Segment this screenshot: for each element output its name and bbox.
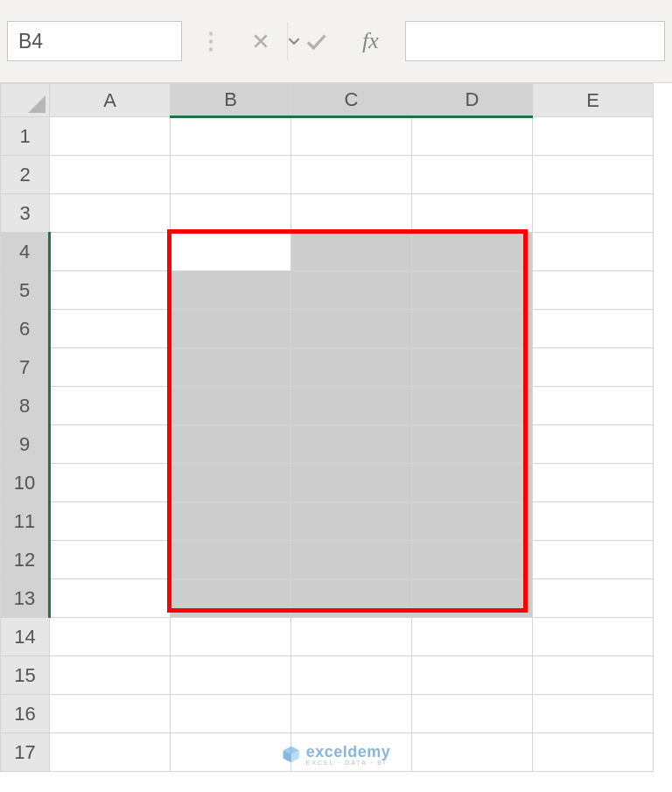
- cell-B9[interactable]: [171, 425, 291, 464]
- cell-A17[interactable]: [50, 733, 171, 772]
- cell-C11[interactable]: [291, 502, 412, 541]
- cell-E3[interactable]: [533, 194, 654, 233]
- select-all-corner[interactable]: [1, 84, 50, 117]
- cell-E5[interactable]: [533, 271, 654, 310]
- cell-A6[interactable]: [50, 310, 171, 348]
- cell-C1[interactable]: [291, 117, 412, 156]
- cell-D16[interactable]: [412, 695, 533, 733]
- formula-input[interactable]: [405, 21, 665, 61]
- cell-E6[interactable]: [533, 310, 654, 348]
- cell-A3[interactable]: [50, 194, 171, 233]
- cell-D17[interactable]: [412, 733, 533, 772]
- cell-E10[interactable]: [533, 464, 654, 502]
- cell-A15[interactable]: [50, 656, 171, 695]
- cell-B2[interactable]: [171, 156, 291, 194]
- cell-E4[interactable]: [533, 233, 654, 271]
- cell-C16[interactable]: [291, 695, 412, 733]
- row-header-11[interactable]: 11: [1, 502, 50, 541]
- cell-B10[interactable]: [171, 464, 291, 502]
- cell-C3[interactable]: [291, 194, 412, 233]
- cell-C7[interactable]: [291, 348, 412, 387]
- cell-D12[interactable]: [412, 541, 533, 579]
- row-header-13[interactable]: 13: [1, 579, 50, 618]
- cell-B14[interactable]: [171, 618, 291, 656]
- cell-B5[interactable]: [171, 271, 291, 310]
- cell-A11[interactable]: [50, 502, 171, 541]
- cell-B12[interactable]: [171, 541, 291, 579]
- cell-E2[interactable]: [533, 156, 654, 194]
- cell-B15[interactable]: [171, 656, 291, 695]
- cell-A10[interactable]: [50, 464, 171, 502]
- cell-B7[interactable]: [171, 348, 291, 387]
- cell-D11[interactable]: [412, 502, 533, 541]
- cell-D4[interactable]: [412, 233, 533, 271]
- row-header-15[interactable]: 15: [1, 656, 50, 695]
- cell-D9[interactable]: [412, 425, 533, 464]
- cell-C15[interactable]: [291, 656, 412, 695]
- cell-A1[interactable]: [50, 117, 171, 156]
- row-header-12[interactable]: 12: [1, 541, 50, 579]
- cell-E17[interactable]: [533, 733, 654, 772]
- cell-B17[interactable]: [171, 733, 291, 772]
- cell-A5[interactable]: [50, 271, 171, 310]
- col-header-E[interactable]: E: [533, 84, 654, 117]
- cell-E14[interactable]: [533, 618, 654, 656]
- cell-D10[interactable]: [412, 464, 533, 502]
- col-header-B[interactable]: B: [171, 84, 291, 117]
- col-header-A[interactable]: A: [50, 84, 171, 117]
- cell-C8[interactable]: [291, 387, 412, 425]
- cell-C9[interactable]: [291, 425, 412, 464]
- cell-E13[interactable]: [533, 579, 654, 618]
- cell-A16[interactable]: [50, 695, 171, 733]
- cell-A13[interactable]: [50, 579, 171, 618]
- row-header-9[interactable]: 9: [1, 425, 50, 464]
- cell-B1[interactable]: [171, 117, 291, 156]
- row-header-10[interactable]: 10: [1, 464, 50, 502]
- cell-A14[interactable]: [50, 618, 171, 656]
- cell-E7[interactable]: [533, 348, 654, 387]
- cell-E12[interactable]: [533, 541, 654, 579]
- cell-D7[interactable]: [412, 348, 533, 387]
- row-header-14[interactable]: 14: [1, 618, 50, 656]
- cell-B13[interactable]: [171, 579, 291, 618]
- row-header-3[interactable]: 3: [1, 194, 50, 233]
- cell-C4[interactable]: [291, 233, 412, 271]
- cell-C12[interactable]: [291, 541, 412, 579]
- cell-B4[interactable]: [171, 233, 291, 271]
- cell-B6[interactable]: [171, 310, 291, 348]
- row-header-16[interactable]: 16: [1, 695, 50, 733]
- row-header-17[interactable]: 17: [1, 733, 50, 772]
- cell-C14[interactable]: [291, 618, 412, 656]
- row-header-6[interactable]: 6: [1, 310, 50, 348]
- cell-B11[interactable]: [171, 502, 291, 541]
- cell-D13[interactable]: [412, 579, 533, 618]
- row-header-2[interactable]: 2: [1, 156, 50, 194]
- cell-D5[interactable]: [412, 271, 533, 310]
- cell-D14[interactable]: [412, 618, 533, 656]
- cell-B16[interactable]: [171, 695, 291, 733]
- insert-function-button[interactable]: fx: [350, 21, 391, 61]
- col-header-D[interactable]: D: [412, 84, 533, 117]
- cell-A4[interactable]: [50, 233, 171, 271]
- cell-D6[interactable]: [412, 310, 533, 348]
- enter-button[interactable]: [295, 21, 336, 61]
- cell-E8[interactable]: [533, 387, 654, 425]
- cell-C5[interactable]: [291, 271, 412, 310]
- cell-A2[interactable]: [50, 156, 171, 194]
- cell-C2[interactable]: [291, 156, 412, 194]
- cell-E15[interactable]: [533, 656, 654, 695]
- row-header-7[interactable]: 7: [1, 348, 50, 387]
- cell-A9[interactable]: [50, 425, 171, 464]
- cell-A7[interactable]: [50, 348, 171, 387]
- row-header-5[interactable]: 5: [1, 271, 50, 310]
- cell-E16[interactable]: [533, 695, 654, 733]
- cell-D1[interactable]: [412, 117, 533, 156]
- cell-D8[interactable]: [412, 387, 533, 425]
- col-header-C[interactable]: C: [291, 84, 412, 117]
- cell-A8[interactable]: [50, 387, 171, 425]
- row-header-1[interactable]: 1: [1, 117, 50, 156]
- cell-C10[interactable]: [291, 464, 412, 502]
- cancel-button[interactable]: [240, 21, 281, 61]
- cell-C13[interactable]: [291, 579, 412, 618]
- cell-E11[interactable]: [533, 502, 654, 541]
